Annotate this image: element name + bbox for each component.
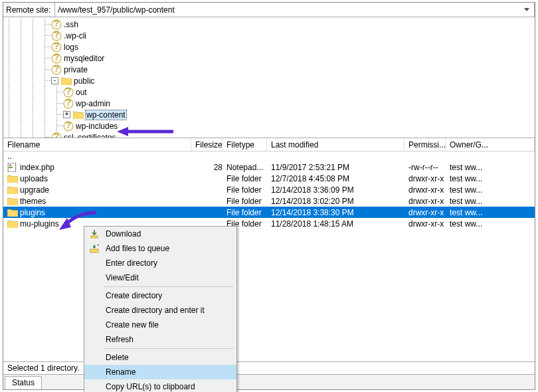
cell-type: File folder bbox=[223, 185, 267, 195]
tree-item-label: wp-admin bbox=[76, 99, 110, 108]
col-lastmodified[interactable]: Last modified bbox=[267, 138, 404, 151]
tree-item[interactable]: -public bbox=[3, 75, 535, 86]
tree-item-label: .ssh bbox=[64, 20, 78, 29]
menu-item[interactable]: Create directory and enter it bbox=[84, 303, 236, 318]
folder-icon bbox=[61, 76, 72, 86]
question-icon: ? bbox=[51, 20, 62, 29]
file-icon bbox=[7, 163, 18, 172]
tree-item[interactable]: +wp-content bbox=[3, 109, 535, 120]
svg-text:?: ? bbox=[54, 64, 59, 74]
menu-item-label: Download bbox=[106, 229, 141, 239]
question-icon: ? bbox=[51, 133, 62, 139]
cell-mod: 12/14/2018 3:38:30 PM bbox=[267, 208, 404, 217]
remote-path-combo[interactable]: /www/test_957/public/wp-content bbox=[54, 3, 535, 17]
cell-mod: 11/9/2017 2:53:21 PM bbox=[267, 163, 404, 172]
remote-path-bar: Remote site: /www/test_957/public/wp-con… bbox=[3, 3, 535, 17]
cell-type: File folder bbox=[223, 174, 267, 183]
menu-item[interactable]: +Add files to queue bbox=[84, 241, 236, 256]
cell-size: 28 bbox=[191, 163, 223, 172]
menu-item[interactable]: Enter directory bbox=[84, 256, 236, 270]
cell-perm: drwxr-xr-x bbox=[404, 185, 446, 195]
file-list-header: Filename Filesize Filetype Last modified… bbox=[3, 138, 535, 151]
menu-item[interactable]: Rename bbox=[84, 365, 236, 379]
svg-text:?: ? bbox=[66, 98, 71, 108]
question-icon: ? bbox=[63, 88, 74, 97]
folder-icon bbox=[7, 197, 18, 206]
tree-item-label: logs bbox=[64, 43, 78, 52]
folder-icon bbox=[7, 208, 18, 217]
tab-status[interactable]: Status bbox=[5, 376, 42, 389]
menu-item-label: Create directory bbox=[106, 291, 162, 300]
file-row[interactable]: index.php28Notepad...11/9/2017 2:53:21 P… bbox=[3, 161, 535, 173]
col-filesize[interactable]: Filesize bbox=[191, 138, 223, 151]
menu-item[interactable]: Delete bbox=[84, 350, 236, 365]
file-name: index.php bbox=[20, 163, 54, 172]
status-text: Selected 1 directory. bbox=[7, 363, 80, 373]
cell-perm: -rw-r--r-- bbox=[404, 163, 446, 172]
annotation-arrow-wpcontent bbox=[115, 125, 175, 137]
svg-text:?: ? bbox=[66, 121, 71, 130]
file-row[interactable]: uploadsFile folder12/7/2018 4:45:08 PMdr… bbox=[3, 173, 535, 184]
download-icon bbox=[88, 228, 100, 240]
menu-item-label: Create directory and enter it bbox=[106, 306, 205, 315]
cell-perm: drwxr-xr-x bbox=[404, 208, 446, 217]
svg-text:?: ? bbox=[54, 31, 59, 40]
tree-item-label: private bbox=[64, 65, 88, 74]
cell-own: test ww... bbox=[446, 219, 535, 229]
menu-item[interactable]: Refresh bbox=[84, 332, 236, 347]
tree-item[interactable]: ?ssl_certificates bbox=[3, 132, 535, 138]
file-name: plugins bbox=[20, 208, 45, 217]
tree-item-label: public bbox=[74, 76, 94, 86]
svg-text:?: ? bbox=[54, 42, 59, 51]
question-icon: ? bbox=[63, 122, 74, 131]
cell-type: File folder bbox=[223, 208, 267, 217]
svg-text:?: ? bbox=[54, 19, 59, 29]
tree-expander[interactable]: - bbox=[51, 77, 58, 84]
cell-mod: 11/28/2018 1:48:15 AM bbox=[267, 219, 404, 229]
menu-item[interactable]: Copy URL(s) to clipboard bbox=[84, 379, 236, 392]
remote-directory-tree[interactable]: ?.ssh?.wp-cli?logs?mysqleditor?private-p… bbox=[3, 17, 535, 138]
folder-icon bbox=[7, 219, 18, 229]
tree-item-label: wp-content bbox=[86, 110, 126, 120]
menu-item-label: Enter directory bbox=[106, 258, 157, 268]
file-name: uploads bbox=[20, 174, 48, 183]
menu-item-label: Refresh bbox=[106, 335, 134, 344]
col-filename[interactable]: Filename bbox=[3, 138, 191, 151]
tree-expander[interactable]: + bbox=[63, 111, 70, 118]
cell-mod: 12/14/2018 3:36:09 PM bbox=[267, 185, 404, 195]
cell-perm: drwxr-xr-x bbox=[404, 197, 446, 206]
menu-item[interactable]: Create new file bbox=[84, 318, 236, 332]
col-filetype[interactable]: Filetype bbox=[223, 138, 267, 151]
menu-item-label: Delete bbox=[106, 353, 129, 362]
tree-item[interactable]: ?private bbox=[3, 64, 535, 75]
tree-item[interactable]: ?out bbox=[3, 86, 535, 98]
svg-rect-20 bbox=[91, 236, 98, 238]
tree-item[interactable]: ?mysqleditor bbox=[3, 52, 535, 64]
tree-item[interactable]: ?wp-admin bbox=[3, 98, 535, 109]
question-icon: ? bbox=[51, 65, 62, 74]
chevron-down-icon[interactable] bbox=[522, 5, 531, 15]
menu-item[interactable]: Download bbox=[84, 227, 236, 241]
col-permissions[interactable]: Permissi... bbox=[404, 138, 446, 151]
question-icon: ? bbox=[51, 31, 62, 41]
tree-item[interactable]: ?.wp-cli bbox=[3, 30, 535, 41]
col-owner[interactable]: Owner/G... bbox=[446, 138, 535, 151]
tree-item[interactable]: ?.ssh bbox=[3, 19, 535, 30]
parent-dir-row[interactable]: .. bbox=[3, 151, 535, 161]
file-row[interactable]: upgradeFile folder12/14/2018 3:36:09 PMd… bbox=[3, 184, 535, 195]
question-icon: ? bbox=[63, 99, 74, 108]
cell-own: test ww... bbox=[446, 185, 535, 195]
tree-item-label: wp-includes bbox=[76, 122, 118, 131]
cell-own: test ww... bbox=[446, 163, 535, 172]
menu-item-label: Copy URL(s) to clipboard bbox=[106, 382, 195, 391]
folder-icon bbox=[7, 174, 18, 183]
status-bar: Selected 1 directory. bbox=[3, 361, 535, 374]
menu-item[interactable]: Create directory bbox=[84, 288, 236, 303]
tree-item[interactable]: ?wp-includes bbox=[3, 120, 535, 132]
file-name: upgrade bbox=[20, 185, 49, 195]
tree-item-label: out bbox=[76, 88, 87, 97]
file-list[interactable]: ..index.php28Notepad...11/9/2017 2:53:21… bbox=[3, 151, 535, 330]
file-row[interactable]: themesFile folder12/14/2018 3:02:20 PMdr… bbox=[3, 195, 535, 207]
tree-item[interactable]: ?logs bbox=[3, 41, 535, 52]
cell-perm: drwxr-xr-x bbox=[404, 219, 446, 229]
